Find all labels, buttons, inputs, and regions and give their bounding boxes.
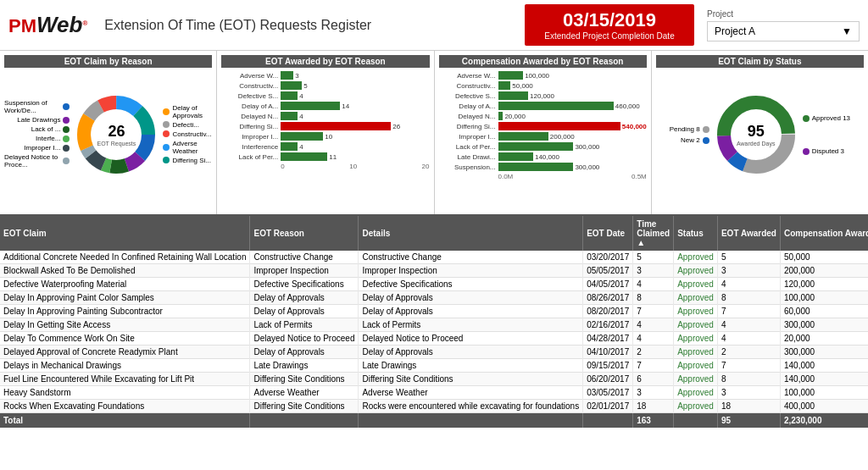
table-cell: 200,000 (780, 264, 868, 278)
bar-fill (498, 163, 574, 171)
table-cell: 100,000 (780, 291, 868, 305)
table-row: Delay To Commence Work On SiteDelayed No… (0, 332, 868, 346)
legend-label: Improper I... (24, 144, 60, 152)
bar-value: 50,000 (512, 82, 532, 90)
table-cell: Differing Site Conditions (359, 373, 583, 386)
bar-fill (281, 112, 298, 120)
bar-row-differing: Differing Si...26 (221, 122, 429, 130)
bar-fill (281, 91, 298, 100)
table-cell: 08/20/2017 (583, 305, 633, 318)
bar-label: Defective S... (439, 92, 498, 100)
date-label: Extended Project Completion Date (542, 31, 677, 41)
bar-value: 460,000 (615, 102, 640, 110)
status-donut-container: Pending 8 New 2 95 Awarde (656, 71, 864, 198)
table-cell: 4 (633, 318, 674, 332)
project-label: Project (707, 9, 860, 19)
table-row: Delayed Approval of Concrete Readymix Pl… (0, 346, 868, 359)
eot-claim-donut-container: Suspension of Work/De... Late Drawings L… (4, 71, 212, 198)
axis-label: 20 (422, 163, 430, 170)
comp-bar-suspension: Suspension...300,000 (439, 163, 647, 171)
legend-color-dot (63, 145, 70, 152)
table-row: Delays in Mechanical DrawingsLate Drawin… (0, 359, 868, 373)
comp-bar-delay: Delay of A...460,000 (439, 102, 647, 110)
legend-color-dot (703, 137, 709, 144)
table-cell: Late Drawings (250, 359, 359, 373)
donut-svg-wrap: 26 EOT Requests (74, 92, 159, 177)
table-cell: 4 (717, 318, 780, 332)
logo-dot: ® (82, 19, 87, 27)
bar-label: Constructiv... (221, 82, 281, 90)
legend-color-dot (163, 121, 170, 128)
comp-bar-lack: Lack of Per...300,000 (439, 142, 647, 151)
legend-improper: Improper I... (4, 144, 70, 152)
table-body: Additional Concrete Needed In Confined R… (0, 251, 868, 413)
bar-fill (281, 102, 340, 110)
comp-axis: 0.0M0.5M (439, 173, 647, 180)
legend-approved: Approved 13 (803, 114, 850, 122)
bar-value: 300,000 (575, 163, 599, 171)
bar-label: Adverse W... (439, 72, 498, 80)
table-cell: 18 (633, 400, 674, 413)
table-cell: 60,000 (780, 305, 868, 318)
table-cell: Approved (674, 264, 718, 278)
table-cell: Delay of Approvals (250, 346, 359, 359)
bar-axis: 01020 (221, 163, 429, 170)
table-cell: Late Drawings (359, 359, 583, 373)
bar-fill (281, 81, 302, 90)
table-cell: Improper Inspection (250, 264, 359, 278)
footer-compensation: 2,230,000 (780, 413, 868, 429)
eot-table: EOT Claim EOT Reason Details EOT Date Ti… (0, 216, 868, 428)
eot-claim-left-legend: Suspension of Work/De... Late Drawings L… (4, 99, 74, 170)
legend-color-dot (163, 108, 170, 115)
axis-label: 0 (281, 163, 284, 170)
legend-label: Adverse Weather (172, 140, 212, 155)
legend-delayed-notice: Delayed Notice to Proce... (4, 153, 70, 169)
legend-label: Interfe... (36, 135, 60, 142)
table-cell: 8 (717, 291, 780, 305)
table-cell: Adverse Weather (359, 386, 583, 400)
table-cell: 3 (717, 386, 780, 400)
table-cell: 4 (633, 278, 674, 291)
th-details: Details (359, 216, 583, 251)
bar-fill (498, 152, 533, 161)
bar-row-adverse: Adverse W...3 (221, 71, 429, 80)
table-cell: Blockwall Asked To Be Demolished (0, 264, 250, 278)
table-cell: 7 (633, 305, 674, 318)
table-cell: 18 (717, 400, 780, 413)
table-cell: Delay of Approvals (359, 305, 583, 318)
project-select[interactable]: Project A ▼ (707, 21, 860, 41)
bar-label: Differing Si... (221, 123, 281, 130)
bar-value: 140,000 (535, 153, 559, 161)
legend-pending: Pending 8 (670, 125, 709, 133)
footer-empty3 (583, 413, 633, 429)
table-cell: 120,000 (780, 278, 868, 291)
compensation-bars: Adverse W...100,000 Constructiv...50,000… (439, 71, 647, 202)
bar-value: 14 (342, 102, 349, 110)
legend-color-dot (703, 126, 709, 133)
table-cell: Delayed Approval of Concrete Readymix Pl… (0, 346, 250, 359)
table-cell: Improper Inspection (359, 264, 583, 278)
bar-value: 120,000 (530, 92, 554, 100)
legend-label: Delayed Notice to Proce... (4, 153, 60, 169)
table-row: Rocks When Excavating FoundationsDifferi… (0, 400, 868, 413)
table-cell: 05/05/2017 (583, 264, 633, 278)
footer-empty4 (674, 413, 718, 429)
bar-fill (281, 142, 298, 151)
eot-claim-by-status-panel: EOT Claim by Status Pending 8 New 2 (652, 51, 868, 214)
table-cell: Approved (674, 291, 718, 305)
table-cell: 08/26/2017 (583, 291, 633, 305)
bar-label: Differing Si... (439, 123, 498, 130)
comp-bar-defective: Defective S...120,000 (439, 91, 647, 100)
table-cell: Delay In Getting Site Access (0, 318, 250, 332)
bar-fill (281, 132, 323, 141)
legend-disputed: Disputed 3 (803, 147, 850, 155)
table-cell: 3 (633, 386, 674, 400)
bar-value: 100,000 (525, 72, 549, 80)
status-donut-wrap: 95 Awarded Days (714, 92, 798, 177)
table-cell: Constructive Change (250, 251, 359, 264)
legend-color-dot (63, 135, 70, 142)
table-footer-row: Total 163 95 2,230,000 (0, 413, 868, 429)
logo: PMWeb® (8, 12, 87, 38)
legend-label: Delay of Approvals (172, 104, 212, 119)
table-cell: 4 (717, 278, 780, 291)
